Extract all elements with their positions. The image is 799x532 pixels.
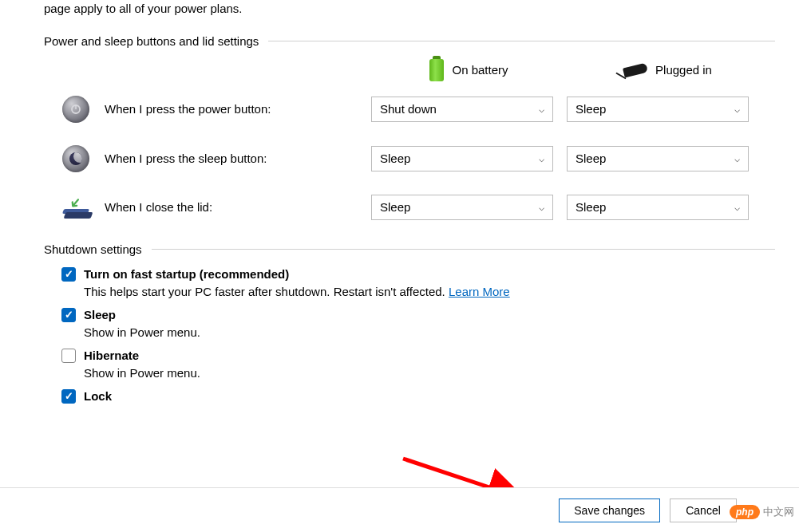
col-label: On battery — [452, 63, 508, 77]
checkbox-fast-startup[interactable] — [61, 267, 76, 282]
row-sleep-button: When I press the sleep button: Sleep⌵ Sl… — [44, 145, 775, 172]
footer-bar: Save changes Cancel — [0, 487, 799, 532]
select-lid-plugged[interactable]: Sleep⌵ — [567, 195, 749, 220]
intro-text: page apply to all of your power plans. — [44, 0, 775, 18]
select-sleep-battery[interactable]: Sleep⌵ — [371, 146, 553, 171]
battery-icon — [429, 59, 444, 81]
checkbox-lock[interactable] — [61, 389, 76, 404]
col-plugged-in: Plugged in — [567, 62, 762, 78]
chevron-down-icon: ⌵ — [734, 104, 740, 115]
chevron-down-icon: ⌵ — [539, 153, 544, 164]
checkbox-sleep[interactable] — [61, 308, 76, 322]
watermark-text: 中文网 — [763, 505, 794, 519]
checkbox-hibernate[interactable] — [61, 349, 76, 363]
watermark: php 中文网 — [730, 505, 794, 519]
select-power-plugged[interactable]: Sleep⌵ — [567, 97, 749, 122]
row-label: ➜ When I close the lid: — [44, 196, 371, 219]
lid-icon: ➜ — [61, 196, 90, 219]
save-button[interactable]: Save changes — [559, 499, 660, 522]
select-sleep-plugged[interactable]: Sleep⌵ — [567, 146, 749, 171]
section-title: Shutdown settings — [44, 242, 152, 256]
sleep-button-icon — [62, 145, 89, 172]
select-power-battery[interactable]: Shut down⌵ — [371, 97, 553, 122]
column-headers: On battery Plugged in — [44, 59, 775, 81]
option-description: This helps start your PC faster after sh… — [84, 285, 775, 298]
checkbox-label: Turn on fast startup (recommended) — [84, 267, 289, 281]
col-on-battery: On battery — [371, 59, 567, 81]
option-description: Show in Power menu. — [84, 366, 775, 380]
chevron-down-icon: ⌵ — [734, 202, 740, 213]
section-header-shutdown: Shutdown settings — [44, 242, 775, 256]
chevron-down-icon: ⌵ — [539, 104, 544, 115]
watermark-brand: php — [730, 505, 760, 519]
section-title: Power and sleep buttons and lid settings — [44, 34, 268, 48]
option-description: Show in Power menu. — [84, 325, 775, 339]
checkbox-label: Sleep — [84, 308, 116, 321]
checkbox-label: Hibernate — [84, 349, 139, 362]
cancel-button[interactable]: Cancel — [670, 499, 737, 522]
row-power-button: When I press the power button: Shut down… — [44, 96, 775, 123]
col-label: Plugged in — [655, 63, 712, 77]
row-label: When I press the power button: — [44, 96, 371, 123]
svg-rect-1 — [75, 104, 77, 109]
select-lid-battery[interactable]: Sleep⌵ — [371, 195, 553, 220]
learn-more-link[interactable]: Learn More — [449, 285, 510, 298]
power-button-icon — [62, 96, 89, 123]
plug-icon — [617, 62, 647, 78]
chevron-down-icon: ⌵ — [734, 153, 740, 164]
row-label: When I press the sleep button: — [44, 145, 371, 172]
section-header-buttons-lid: Power and sleep buttons and lid settings — [44, 34, 775, 48]
chevron-down-icon: ⌵ — [539, 202, 544, 213]
row-close-lid: ➜ When I close the lid: Sleep⌵ Sleep⌵ — [44, 195, 775, 220]
checkbox-label: Lock — [84, 389, 112, 403]
